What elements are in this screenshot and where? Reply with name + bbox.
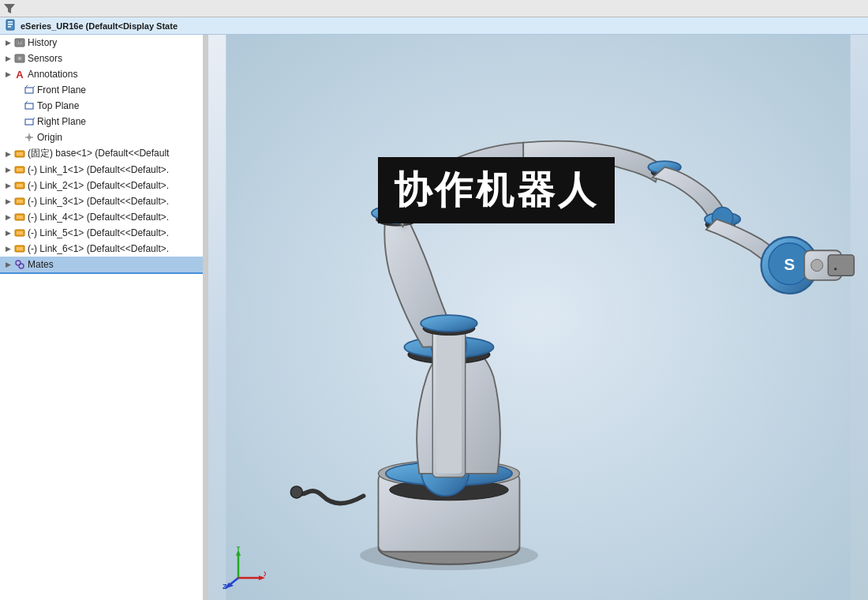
svg-point-9 bbox=[18, 57, 22, 61]
mates-label: Mates bbox=[28, 259, 54, 270]
expand-arrow-link1[interactable]: ▶ bbox=[3, 165, 13, 174]
origin-label: Origin bbox=[37, 132, 62, 143]
overlay-text-content: 协作机器人 bbox=[394, 169, 599, 211]
expand-arrow-annotations[interactable]: ▶ bbox=[3, 69, 13, 79]
svg-rect-3 bbox=[8, 24, 13, 25]
svg-rect-10 bbox=[25, 88, 33, 93]
svg-rect-29 bbox=[17, 216, 23, 219]
expand-arrow-link5[interactable]: ▶ bbox=[3, 228, 13, 238]
doc-icon bbox=[5, 19, 17, 33]
link6-icon bbox=[13, 242, 26, 255]
expand-arrow-mates[interactable]: ▶ bbox=[3, 260, 13, 269]
origin-icon bbox=[23, 131, 36, 144]
sidebar-item-right-plane[interactable]: ▶ Right Plane bbox=[0, 114, 203, 129]
svg-rect-2 bbox=[8, 21, 13, 23]
robot-svg: UR bbox=[208, 35, 868, 600]
overlay-text: 协作机器人 bbox=[378, 157, 615, 223]
sidebar-item-sensors[interactable]: ▶ Sensors bbox=[0, 51, 203, 66]
svg-point-68 bbox=[421, 315, 477, 332]
link6-label: (-) Link_6<1> (Default<<Default>. bbox=[28, 243, 169, 254]
svg-point-45 bbox=[290, 486, 302, 498]
sidebar-item-link3[interactable]: ▶ (-) Link_3<1> (Default<<Default>. bbox=[0, 193, 203, 209]
link5-label: (-) Link_5<1> (Default<<Default>. bbox=[28, 227, 169, 238]
expand-arrow-link3[interactable]: ▶ bbox=[3, 197, 13, 206]
base-label: (固定) base<1> (Default<<Default bbox=[28, 147, 169, 160]
svg-rect-7 bbox=[19, 40, 20, 44]
sidebar: ▶ History ▶ Sensors ▶ bbox=[0, 35, 204, 600]
svg-rect-31 bbox=[17, 231, 23, 234]
top-plane-icon bbox=[23, 99, 36, 112]
expand-arrow-link6[interactable]: ▶ bbox=[3, 244, 13, 253]
sidebar-item-base[interactable]: ▶ (固定) base<1> (Default<<Default bbox=[0, 145, 203, 162]
top-plane-label: Top Plane bbox=[37, 100, 79, 111]
front-plane-label: Front Plane bbox=[37, 84, 86, 96]
svg-rect-33 bbox=[17, 247, 23, 250]
annotations-label: Annotations bbox=[28, 69, 77, 80]
filter-icon[interactable] bbox=[3, 2, 16, 15]
history-icon bbox=[13, 36, 26, 49]
svg-rect-62 bbox=[828, 255, 854, 276]
annotations-icon: A bbox=[13, 68, 26, 81]
svg-line-16 bbox=[33, 117, 35, 119]
svg-text:Y: Y bbox=[236, 546, 241, 552]
svg-text:S: S bbox=[784, 255, 795, 273]
svg-line-12 bbox=[33, 85, 35, 88]
right-plane-icon bbox=[23, 115, 36, 128]
filter-bar bbox=[0, 0, 868, 17]
svg-text:Z: Z bbox=[223, 583, 227, 590]
sidebar-item-annotations[interactable]: ▶ A Annotations bbox=[0, 66, 203, 82]
sidebar-item-link4[interactable]: ▶ (-) Link_4<1> (Default<<Default>. bbox=[0, 209, 203, 225]
link3-label: (-) Link_3<1> (Default<<Default>. bbox=[28, 196, 169, 207]
link1-icon bbox=[13, 163, 26, 176]
front-plane-icon bbox=[23, 84, 36, 96]
expand-arrow-base[interactable]: ▶ bbox=[3, 149, 13, 159]
right-plane-label: Right Plane bbox=[37, 116, 86, 127]
link4-icon bbox=[13, 211, 26, 223]
expand-arrow-history[interactable]: ▶ bbox=[3, 38, 13, 47]
svg-point-35 bbox=[19, 264, 24, 268]
history-label: History bbox=[28, 37, 57, 48]
svg-rect-13 bbox=[25, 103, 33, 109]
svg-rect-21 bbox=[17, 152, 23, 156]
svg-rect-36 bbox=[226, 35, 850, 600]
sidebar-item-history[interactable]: ▶ History bbox=[0, 35, 203, 51]
svg-text:X: X bbox=[264, 570, 266, 578]
sidebar-item-origin[interactable]: ▶ Origin bbox=[0, 129, 203, 145]
sidebar-item-link6[interactable]: ▶ (-) Link_6<1> (Default<<Default>. bbox=[0, 241, 203, 257]
expand-arrow-link2[interactable]: ▶ bbox=[3, 181, 13, 190]
sidebar-item-link1[interactable]: ▶ (-) Link_1<1> (Default<<Default>. bbox=[0, 162, 203, 178]
svg-rect-66 bbox=[436, 328, 462, 474]
svg-rect-15 bbox=[25, 119, 33, 125]
sidebar-item-mates[interactable]: ▶ Mates bbox=[0, 257, 203, 274]
link4-label: (-) Link_4<1> (Default<<Default>. bbox=[28, 212, 169, 223]
sidebar-item-link5[interactable]: ▶ (-) Link_5<1> (Default<<Default>. bbox=[0, 225, 203, 241]
sensors-icon bbox=[13, 52, 26, 65]
svg-marker-0 bbox=[4, 4, 15, 13]
viewport[interactable]: UR bbox=[208, 35, 868, 600]
sensors-label: Sensors bbox=[28, 53, 62, 64]
svg-rect-25 bbox=[17, 184, 23, 187]
doc-title: eSeries_UR16e (Default<Display State bbox=[21, 21, 178, 31]
svg-rect-23 bbox=[17, 168, 23, 171]
expand-arrow-sensors[interactable]: ▶ bbox=[3, 54, 13, 63]
axes-indicator: X Y Z bbox=[223, 546, 262, 586]
main-layout: ▶ History ▶ Sensors ▶ bbox=[0, 35, 868, 600]
link5-icon bbox=[13, 227, 26, 239]
link2-label: (-) Link_2<1> (Default<<Default>. bbox=[28, 180, 169, 191]
sidebar-item-front-plane[interactable]: ▶ Front Plane bbox=[0, 82, 203, 98]
svg-text:●: ● bbox=[834, 265, 838, 272]
mates-icon bbox=[13, 258, 26, 271]
sidebar-header: eSeries_UR16e (Default<Display State bbox=[0, 17, 868, 35]
link3-icon bbox=[13, 195, 26, 208]
svg-rect-27 bbox=[17, 200, 23, 203]
base-icon bbox=[13, 148, 26, 160]
sidebar-item-top-plane[interactable]: ▶ Top Plane bbox=[0, 98, 203, 114]
link1-label: (-) Link_1<1> (Default<<Default>. bbox=[28, 164, 169, 175]
expand-arrow-link4[interactable]: ▶ bbox=[3, 212, 13, 222]
svg-rect-4 bbox=[8, 26, 11, 28]
svg-point-63 bbox=[811, 260, 823, 272]
link2-icon bbox=[13, 179, 26, 192]
sidebar-item-link2[interactable]: ▶ (-) Link_2<1> (Default<<Default>. bbox=[0, 178, 203, 193]
